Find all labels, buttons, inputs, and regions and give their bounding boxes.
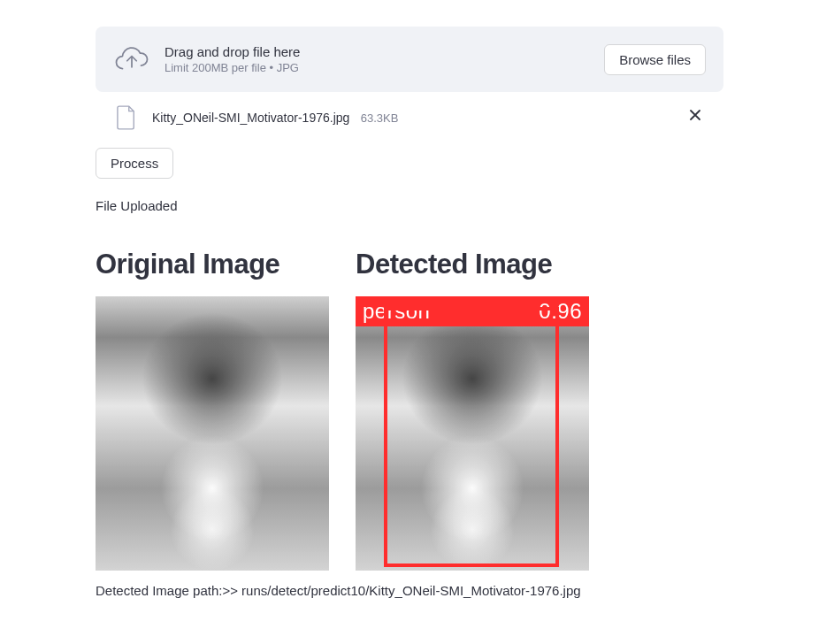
close-icon bbox=[688, 108, 702, 122]
remove-file-button[interactable] bbox=[685, 104, 706, 130]
detected-path-text: Detected Image path:>> runs/detect/predi… bbox=[96, 583, 723, 598]
detected-heading: Detected Image bbox=[356, 249, 589, 280]
detection-confidence: 0.96 bbox=[539, 299, 582, 324]
file-size: 63.3KB bbox=[361, 111, 399, 125]
upload-subtitle: Limit 200MB per file • JPG bbox=[165, 61, 300, 74]
file-upload-dropzone[interactable]: Drag and drop file here Limit 200MB per … bbox=[96, 27, 723, 92]
original-heading: Original Image bbox=[96, 249, 329, 280]
detected-column: Detected Image person 0.96 bbox=[356, 249, 589, 571]
file-name-block: Kitty_ONeil-SMI_Motivator-1976.jpg 63.3K… bbox=[152, 110, 398, 126]
browse-files-button[interactable]: Browse files bbox=[604, 44, 706, 75]
file-icon bbox=[117, 105, 136, 130]
cloud-upload-icon bbox=[113, 41, 150, 78]
file-name: Kitty_ONeil-SMI_Motivator-1976.jpg bbox=[152, 111, 349, 125]
status-text: File Uploaded bbox=[96, 198, 723, 213]
detected-image: person 0.96 bbox=[356, 296, 589, 571]
detection-class-label: person bbox=[363, 299, 430, 324]
upload-info: Drag and drop file here Limit 200MB per … bbox=[113, 41, 300, 78]
original-image bbox=[96, 296, 329, 571]
process-button[interactable]: Process bbox=[96, 148, 173, 179]
uploaded-file-row: Kitty_ONeil-SMI_Motivator-1976.jpg 63.3K… bbox=[96, 92, 723, 142]
original-column: Original Image bbox=[96, 249, 329, 571]
upload-title: Drag and drop file here bbox=[165, 44, 300, 59]
detection-label-bar: person 0.96 bbox=[356, 296, 589, 326]
image-columns: Original Image Detected Image person 0.9… bbox=[96, 249, 723, 571]
